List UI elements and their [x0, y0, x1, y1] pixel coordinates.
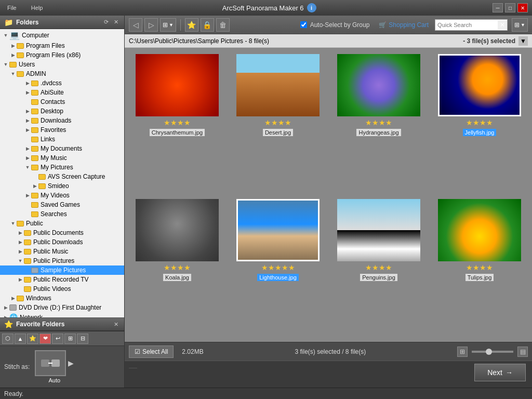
tree-item-downloads[interactable]: ▶ Downloads	[0, 116, 124, 125]
toolbar: ◁ ▷ ⊞ ▼ ⭐ 🔒 🗑 Auto-Select by Group 🛒 Sho…	[125, 16, 532, 34]
view-dropdown[interactable]: ⊞ ▼	[160, 18, 176, 32]
expand-icon: ▶	[9, 42, 17, 49]
path-selected-count: - 3 file(s) selected	[463, 37, 515, 45]
search-input[interactable]	[435, 22, 498, 28]
expand-icon: ▶	[2, 314, 9, 318]
menu-file[interactable]: File	[4, 4, 20, 12]
delete-button[interactable]: 🗑	[216, 18, 230, 32]
grid-view-button[interactable]: ⊞	[457, 347, 468, 357]
close-button[interactable]: ✕	[517, 3, 528, 12]
tree-item-root[interactable]: ▼ 💻 Computer	[0, 29, 124, 41]
fav-btn-6[interactable]: ⊞	[64, 334, 76, 344]
image-item-lighthouse: ★★★★★ Lighthouse.jpg	[232, 199, 324, 336]
tree-item-abisuite[interactable]: ▶ AbiSuite	[0, 88, 124, 97]
expand-icon: ▶	[24, 192, 31, 199]
tree-item-public-downloads[interactable]: ▶ Public Downloads	[0, 237, 124, 247]
window-controls: ─ □ ✕	[493, 3, 528, 12]
search-clear-button[interactable]: ✕	[498, 20, 507, 30]
tree-item-favorites[interactable]: ▶ Favorites	[0, 125, 124, 135]
tree-item-my-videos[interactable]: ▶ My Videos	[0, 191, 124, 200]
image-item-chrysanthemum: ★★★★ Chrysanthemum.jpg	[131, 54, 223, 191]
lock-button[interactable]: 🔒	[201, 18, 214, 32]
tree-item-my-pictures[interactable]: ▼ My Pictures	[0, 163, 124, 172]
tree-item-dvdcss[interactable]: ▶ .dvdcss	[0, 78, 124, 88]
back-button[interactable]: ◁	[129, 18, 142, 32]
thumbnail-desert[interactable]	[236, 54, 320, 116]
home-button[interactable]: ⭐	[185, 18, 198, 32]
fav-btn-2[interactable]: ▲	[15, 334, 26, 344]
auto-select-checkbox[interactable]	[300, 21, 307, 28]
image-name-tulips: Tulips.jpg	[466, 274, 494, 281]
tree-item-network[interactable]: ▶ 🌐 Network	[0, 312, 124, 317]
tree-item-desktop[interactable]: ▶ Desktop	[0, 107, 124, 116]
tree-item-links[interactable]: Links	[0, 135, 124, 144]
title-bar-menu: File Help	[4, 4, 46, 12]
tree-item-public-videos[interactable]: Public Videos	[0, 284, 124, 294]
view-toggle-group: ⊞	[457, 347, 468, 357]
expand-icon: ▼	[2, 61, 9, 68]
grid-view-dropdown[interactable]: ⊞ ▼	[512, 18, 528, 32]
forward-button[interactable]: ▷	[144, 18, 158, 32]
tree-item-contacts[interactable]: Contacts	[0, 97, 124, 107]
fav-btn-7[interactable]: ⊟	[77, 334, 88, 344]
menu-help[interactable]: Help	[28, 4, 46, 12]
folder-icon	[31, 202, 38, 208]
folder-refresh-button[interactable]: ⟳	[102, 18, 110, 26]
thumbnail-koala[interactable]	[136, 199, 219, 261]
fav-btn-1[interactable]: ⬡	[2, 334, 14, 344]
folder-icon	[31, 155, 38, 161]
tree-item-my-music[interactable]: ▶ My Music	[0, 153, 124, 163]
tree-item-my-documents[interactable]: ▶ My Documents	[0, 144, 124, 153]
next-button[interactable]: Next →	[474, 364, 526, 381]
grid-icon: ⊞	[514, 21, 520, 29]
image-name-koala: Koala.jpg	[163, 274, 191, 281]
thumbnail-tulips[interactable]	[438, 199, 521, 261]
checkmark-icon: ☑	[135, 348, 140, 355]
tree-item-windows[interactable]: ▶ Windows	[0, 294, 124, 303]
tree-item-program-files-x86[interactable]: ▶ Program Files (x86)	[0, 50, 124, 60]
tree-item-sample-pictures[interactable]: Sample Pictures	[0, 265, 124, 275]
tree-item-program-files[interactable]: ▶ Program Files	[0, 41, 124, 50]
folder-icon-header: 📁	[4, 18, 13, 26]
footer-status	[129, 368, 137, 381]
expand-icon: ▶	[17, 238, 24, 246]
folder-icon	[17, 221, 24, 227]
folder-icon	[24, 230, 31, 236]
tree-item-public-music[interactable]: ▶ Public Music	[0, 247, 124, 256]
stitch-arrow[interactable]: ▶	[68, 359, 74, 367]
star-rating-lighthouse: ★★★★★	[261, 263, 295, 272]
thumbnail-hydrangeas[interactable]	[337, 54, 420, 116]
tree-item-avs-screen-capture[interactable]: AVS Screen Capture	[0, 172, 124, 181]
tree-item-admin[interactable]: ▼ ADMIN	[0, 69, 124, 78]
shopping-cart-link[interactable]: 🛒 Shopping Cart	[379, 21, 429, 29]
tree-item-searches[interactable]: Searches	[0, 209, 124, 219]
tree-item-dvd-drive[interactable]: ▶ DVD Drive (D:) First Daughter	[0, 303, 124, 312]
fav-btn-4[interactable]: ❤	[39, 334, 51, 344]
select-all-button[interactable]: ☑ Select All	[129, 345, 174, 358]
maximize-button[interactable]: □	[505, 3, 515, 12]
tree-item-public[interactable]: ▼ Public	[0, 219, 124, 228]
tree-item-public-pictures[interactable]: ▼ Public Pictures	[0, 256, 124, 265]
stitch-icon[interactable]	[35, 350, 66, 376]
info-icon[interactable]: i	[307, 3, 316, 12]
path-dropdown-button[interactable]: ▼	[518, 36, 528, 46]
fav-btn-5[interactable]: ↩	[52, 334, 63, 344]
thumbnail-penguins[interactable]	[337, 199, 420, 261]
minimize-button[interactable]: ─	[493, 3, 503, 12]
folder-close-button[interactable]: ✕	[112, 18, 120, 26]
expand-icon: ▶	[9, 51, 17, 59]
tree-item-smideo[interactable]: ▶ Smideo	[0, 181, 124, 191]
tree-item-public-documents[interactable]: ▶ Public Documents	[0, 228, 124, 237]
thumbnail-chrysanthemum[interactable]	[136, 54, 219, 116]
tree-item-users[interactable]: ▼ Users	[0, 60, 124, 69]
fav-btn-3[interactable]: ⭐	[27, 334, 38, 344]
expand-icon: ▶	[24, 117, 31, 124]
thumbnail-lighthouse[interactable]	[236, 199, 320, 261]
tree-item-public-recorded-tv[interactable]: ▶ Public Recorded TV	[0, 275, 124, 284]
expand-icon: ▶	[24, 154, 31, 162]
thumbnail-jellyfish[interactable]	[438, 54, 521, 116]
fav-close-button[interactable]: ✕	[112, 321, 120, 328]
list-view-button[interactable]: ▤	[517, 347, 528, 357]
tree-item-saved-games[interactable]: Saved Games	[0, 200, 124, 209]
size-slider[interactable]	[472, 351, 513, 353]
